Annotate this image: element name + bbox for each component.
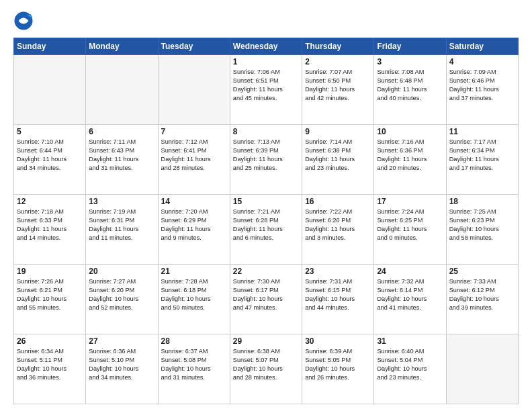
calendar-cell xyxy=(86,55,158,125)
day-number: 24 xyxy=(377,267,443,276)
weekday-header-sunday: Sunday xyxy=(14,38,86,55)
calendar-cell: 26Sunrise: 6:34 AM Sunset: 5:11 PM Dayli… xyxy=(14,334,86,404)
day-number: 20 xyxy=(89,267,154,276)
cell-info: Sunrise: 7:19 AM Sunset: 6:31 PM Dayligh… xyxy=(89,208,154,242)
weekday-header-monday: Monday xyxy=(86,38,158,55)
calendar-cell: 6Sunrise: 7:11 AM Sunset: 6:43 PM Daylig… xyxy=(86,125,158,195)
day-number: 31 xyxy=(377,336,443,346)
week-row-2: 5Sunrise: 7:10 AM Sunset: 6:44 PM Daylig… xyxy=(14,125,519,195)
cell-info: Sunrise: 7:11 AM Sunset: 6:43 PM Dayligh… xyxy=(89,138,154,173)
cell-info: Sunrise: 6:39 AM Sunset: 5:05 PM Dayligh… xyxy=(305,347,371,382)
calendar-cell: 29Sunrise: 6:38 AM Sunset: 5:07 PM Dayli… xyxy=(230,334,302,404)
logo xyxy=(13,11,35,31)
day-number: 5 xyxy=(17,127,83,136)
calendar-cell: 14Sunrise: 7:20 AM Sunset: 6:29 PM Dayli… xyxy=(158,195,230,265)
calendar-table: SundayMondayTuesdayWednesdayThursdayFrid… xyxy=(13,38,519,404)
weekday-header-wednesday: Wednesday xyxy=(230,38,302,55)
calendar-cell: 13Sunrise: 7:19 AM Sunset: 6:31 PM Dayli… xyxy=(86,195,158,265)
calendar-cell: 15Sunrise: 7:21 AM Sunset: 6:28 PM Dayli… xyxy=(230,195,302,265)
day-number: 4 xyxy=(449,57,515,66)
cell-info: Sunrise: 7:32 AM Sunset: 6:14 PM Dayligh… xyxy=(377,277,443,312)
calendar-cell: 2Sunrise: 7:07 AM Sunset: 6:50 PM Daylig… xyxy=(302,55,374,125)
cell-info: Sunrise: 7:17 AM Sunset: 6:34 PM Dayligh… xyxy=(449,138,515,173)
cell-info: Sunrise: 7:13 AM Sunset: 6:39 PM Dayligh… xyxy=(233,138,299,173)
cell-info: Sunrise: 7:27 AM Sunset: 6:20 PM Dayligh… xyxy=(89,277,154,312)
logo-icon xyxy=(13,11,34,31)
cell-info: Sunrise: 7:06 AM Sunset: 6:51 PM Dayligh… xyxy=(233,68,299,103)
cell-info: Sunrise: 7:24 AM Sunset: 6:25 PM Dayligh… xyxy=(377,208,443,242)
calendar-cell: 12Sunrise: 7:18 AM Sunset: 6:33 PM Dayli… xyxy=(14,195,86,265)
cell-info: Sunrise: 7:26 AM Sunset: 6:21 PM Dayligh… xyxy=(17,277,83,312)
day-number: 23 xyxy=(305,267,371,276)
calendar-cell: 4Sunrise: 7:09 AM Sunset: 6:46 PM Daylig… xyxy=(446,55,518,125)
day-number: 16 xyxy=(305,197,371,206)
calendar-cell: 20Sunrise: 7:27 AM Sunset: 6:20 PM Dayli… xyxy=(86,265,158,334)
calendar-cell: 18Sunrise: 7:25 AM Sunset: 6:23 PM Dayli… xyxy=(446,195,518,265)
weekday-header-thursday: Thursday xyxy=(302,38,374,55)
calendar-cell xyxy=(446,334,518,404)
day-number: 11 xyxy=(449,127,515,136)
day-number: 21 xyxy=(161,267,227,276)
cell-info: Sunrise: 7:22 AM Sunset: 6:26 PM Dayligh… xyxy=(305,208,371,242)
cell-info: Sunrise: 7:12 AM Sunset: 6:41 PM Dayligh… xyxy=(161,138,227,173)
cell-info: Sunrise: 7:10 AM Sunset: 6:44 PM Dayligh… xyxy=(17,138,83,173)
cell-info: Sunrise: 7:21 AM Sunset: 6:28 PM Dayligh… xyxy=(233,208,299,242)
header xyxy=(13,11,519,31)
calendar-cell xyxy=(14,55,86,125)
day-number: 13 xyxy=(89,197,154,206)
calendar-cell: 31Sunrise: 6:40 AM Sunset: 5:04 PM Dayli… xyxy=(374,334,446,404)
cell-info: Sunrise: 7:14 AM Sunset: 6:38 PM Dayligh… xyxy=(305,138,371,173)
calendar-cell: 30Sunrise: 6:39 AM Sunset: 5:05 PM Dayli… xyxy=(302,334,374,404)
cell-info: Sunrise: 6:34 AM Sunset: 5:11 PM Dayligh… xyxy=(17,347,83,382)
calendar-cell: 11Sunrise: 7:17 AM Sunset: 6:34 PM Dayli… xyxy=(446,125,518,195)
calendar-cell: 24Sunrise: 7:32 AM Sunset: 6:14 PM Dayli… xyxy=(374,265,446,334)
page: SundayMondayTuesdayWednesdayThursdayFrid… xyxy=(0,0,532,411)
day-number: 2 xyxy=(305,57,371,66)
cell-info: Sunrise: 7:31 AM Sunset: 6:15 PM Dayligh… xyxy=(305,277,371,312)
day-number: 12 xyxy=(17,197,83,206)
calendar-cell: 22Sunrise: 7:30 AM Sunset: 6:17 PM Dayli… xyxy=(230,265,302,334)
week-row-1: 1Sunrise: 7:06 AM Sunset: 6:51 PM Daylig… xyxy=(14,55,519,125)
calendar-cell: 27Sunrise: 6:36 AM Sunset: 5:10 PM Dayli… xyxy=(86,334,158,404)
weekday-header-row: SundayMondayTuesdayWednesdayThursdayFrid… xyxy=(14,38,519,55)
calendar-cell: 9Sunrise: 7:14 AM Sunset: 6:38 PM Daylig… xyxy=(302,125,374,195)
day-number: 3 xyxy=(377,57,443,66)
cell-info: Sunrise: 7:09 AM Sunset: 6:46 PM Dayligh… xyxy=(449,68,515,103)
day-number: 19 xyxy=(17,267,83,276)
cell-info: Sunrise: 6:37 AM Sunset: 5:08 PM Dayligh… xyxy=(161,347,227,382)
day-number: 8 xyxy=(233,127,299,136)
week-row-5: 26Sunrise: 6:34 AM Sunset: 5:11 PM Dayli… xyxy=(14,334,519,404)
cell-info: Sunrise: 7:08 AM Sunset: 6:48 PM Dayligh… xyxy=(377,68,443,103)
calendar-cell: 25Sunrise: 7:33 AM Sunset: 6:12 PM Dayli… xyxy=(446,265,518,334)
day-number: 15 xyxy=(233,197,299,206)
cell-info: Sunrise: 7:16 AM Sunset: 6:36 PM Dayligh… xyxy=(377,138,443,173)
calendar-cell: 3Sunrise: 7:08 AM Sunset: 6:48 PM Daylig… xyxy=(374,55,446,125)
calendar-cell: 5Sunrise: 7:10 AM Sunset: 6:44 PM Daylig… xyxy=(14,125,86,195)
calendar-cell xyxy=(158,55,230,125)
calendar-cell: 17Sunrise: 7:24 AM Sunset: 6:25 PM Dayli… xyxy=(374,195,446,265)
day-number: 25 xyxy=(449,267,515,276)
cell-info: Sunrise: 6:36 AM Sunset: 5:10 PM Dayligh… xyxy=(89,347,154,382)
cell-info: Sunrise: 6:38 AM Sunset: 5:07 PM Dayligh… xyxy=(233,347,299,382)
day-number: 26 xyxy=(17,336,83,346)
cell-info: Sunrise: 6:40 AM Sunset: 5:04 PM Dayligh… xyxy=(377,347,443,382)
day-number: 27 xyxy=(89,336,154,346)
day-number: 17 xyxy=(377,197,443,206)
calendar-cell: 7Sunrise: 7:12 AM Sunset: 6:41 PM Daylig… xyxy=(158,125,230,195)
calendar-cell: 28Sunrise: 6:37 AM Sunset: 5:08 PM Dayli… xyxy=(158,334,230,404)
calendar-cell: 16Sunrise: 7:22 AM Sunset: 6:26 PM Dayli… xyxy=(302,195,374,265)
cell-info: Sunrise: 7:28 AM Sunset: 6:18 PM Dayligh… xyxy=(161,277,227,312)
calendar-cell: 10Sunrise: 7:16 AM Sunset: 6:36 PM Dayli… xyxy=(374,125,446,195)
day-number: 29 xyxy=(233,336,299,346)
day-number: 18 xyxy=(449,197,515,206)
day-number: 14 xyxy=(161,197,227,206)
day-number: 6 xyxy=(89,127,154,136)
day-number: 10 xyxy=(377,127,443,136)
day-number: 7 xyxy=(161,127,227,136)
cell-info: Sunrise: 7:25 AM Sunset: 6:23 PM Dayligh… xyxy=(449,208,515,242)
weekday-header-tuesday: Tuesday xyxy=(158,38,230,55)
cell-info: Sunrise: 7:20 AM Sunset: 6:29 PM Dayligh… xyxy=(161,208,227,242)
week-row-4: 19Sunrise: 7:26 AM Sunset: 6:21 PM Dayli… xyxy=(14,265,519,334)
cell-info: Sunrise: 7:07 AM Sunset: 6:50 PM Dayligh… xyxy=(305,68,371,103)
calendar-cell: 19Sunrise: 7:26 AM Sunset: 6:21 PM Dayli… xyxy=(14,265,86,334)
